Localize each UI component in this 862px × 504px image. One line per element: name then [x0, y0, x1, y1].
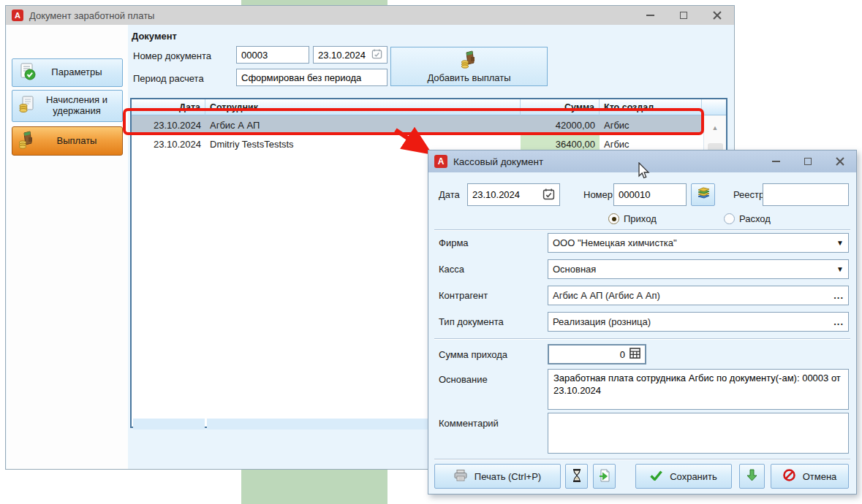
document-arrow-icon	[599, 469, 610, 484]
counterparty-label: Контрагент	[439, 290, 488, 301]
cashbox-value: Основная	[553, 264, 596, 275]
sidebar-item-payments[interactable]: Выплаты	[12, 126, 123, 156]
sidebar-item-label: Выплаты	[38, 136, 97, 147]
add-payments-button[interactable]: Добавить выплаты	[390, 47, 548, 86]
close-icon	[713, 11, 722, 20]
close-icon	[836, 157, 844, 166]
minimize-icon	[646, 15, 654, 16]
no-entry-icon	[783, 469, 795, 484]
print-label: Печать (Ctrl+P)	[475, 471, 541, 482]
table-footer-strip	[133, 419, 205, 429]
doctype-label: Тип документа	[439, 316, 504, 327]
calendar-icon[interactable]	[542, 188, 555, 202]
cashbox-label: Касса	[439, 264, 464, 275]
maximize-icon	[680, 12, 687, 19]
dialog-number-field-wrap	[613, 183, 687, 206]
period-label: Период расчета	[133, 73, 204, 84]
dialog-title: Кассовый документ	[453, 156, 543, 167]
app-logo-icon: А	[12, 9, 23, 21]
radio-income[interactable]: Приход	[608, 213, 657, 224]
close-button[interactable]	[700, 6, 734, 25]
number-registry-button[interactable]	[691, 183, 715, 206]
registry-input[interactable]	[768, 189, 844, 200]
cash-document-dialog: А Кассовый документ Дата Номер Реестр Пр…	[428, 150, 857, 495]
basis-label: Основание	[439, 374, 488, 385]
comment-label: Комментарий	[439, 418, 499, 429]
main-window-titlebar: А Документ заработной платы	[6, 6, 734, 25]
basis-textarea[interactable]: Заработная плата сотрудника Агбис по док…	[548, 369, 849, 410]
cell-date: 23.10.2024	[132, 134, 205, 153]
registry-field-wrap	[763, 183, 849, 206]
minimize-button[interactable]	[633, 6, 667, 25]
chevron-down-icon[interactable]: ▼	[836, 239, 844, 247]
radio-expense[interactable]: Расход	[724, 213, 771, 224]
sidebar-item-parameters[interactable]: Параметры	[12, 58, 123, 87]
separator	[434, 459, 850, 460]
doc-number-input[interactable]	[241, 50, 304, 61]
document-coins-icon	[18, 95, 37, 117]
amount-input[interactable]	[553, 349, 625, 360]
hourglass-icon	[572, 469, 582, 484]
dialog-maximize-button[interactable]	[792, 150, 824, 172]
counterparty-field[interactable]: Агбис А АП (Агбис А Ап) ...	[548, 286, 849, 305]
books-stack-icon	[696, 187, 711, 202]
firm-combobox[interactable]: ООО "Немецкая химчистка" ▼	[548, 233, 849, 253]
counterparty-value: Агбис А АП (Агбис А Ап)	[553, 290, 660, 301]
cancel-button[interactable]: Отмена	[771, 464, 849, 489]
app-logo-icon: А	[434, 155, 447, 168]
sidebar-item-accruals[interactable]: Начисления и удержания	[12, 90, 123, 122]
separator	[434, 338, 850, 340]
save-button[interactable]: Сохранить	[635, 464, 732, 489]
cashbox-combobox[interactable]: Основная ▼	[548, 259, 849, 279]
doctype-field[interactable]: Реализация (розница) ...	[548, 312, 849, 332]
dialog-number-input[interactable]	[619, 189, 681, 200]
dialog-minimize-button[interactable]	[760, 150, 792, 172]
dialog-date-label: Дата	[439, 189, 460, 200]
radio-income-label: Приход	[624, 213, 657, 224]
comment-textarea[interactable]	[548, 413, 849, 454]
ellipsis-button[interactable]: ...	[833, 319, 844, 325]
maximize-button[interactable]	[667, 6, 700, 25]
download-payment-button[interactable]	[739, 464, 765, 489]
calendar-icon[interactable]	[371, 48, 382, 61]
period-input[interactable]	[241, 72, 382, 83]
amount-field-wrap	[548, 344, 646, 364]
down-arrow-icon	[746, 469, 757, 484]
radio-expense-label: Расход	[739, 213, 771, 224]
dialog-date-input[interactable]	[472, 189, 531, 200]
sidebar-item-label: Параметры	[32, 67, 102, 78]
document-group-label: Документ	[132, 31, 177, 42]
main-window-title: Документ заработной платы	[29, 10, 154, 21]
save-label: Сохранить	[670, 471, 717, 482]
scroll-up-icon[interactable]: ▲	[704, 124, 726, 131]
dialog-date-field-wrap	[467, 183, 560, 206]
wallet-coins-icon	[18, 130, 37, 152]
doc-date-field-wrap	[313, 46, 387, 64]
period-field-wrap	[236, 69, 387, 86]
maximize-icon	[804, 158, 812, 165]
sidebar: Параметры Начисления и удержания Выплаты	[7, 25, 128, 469]
hourglass-button[interactable]	[565, 464, 588, 489]
firm-label: Фирма	[439, 237, 469, 248]
separator	[434, 229, 850, 231]
dialog-close-button[interactable]	[824, 150, 856, 172]
print-button[interactable]: Печать (Ctrl+P)	[434, 464, 561, 489]
doctype-value: Реализация (розница)	[553, 316, 651, 327]
add-payments-label: Добавить выплаты	[427, 72, 510, 83]
amount-label: Сумма прихода	[439, 349, 507, 360]
doc-number-field-wrap	[236, 46, 309, 64]
calculator-icon[interactable]	[630, 348, 640, 361]
dialog-number-label: Номер	[583, 189, 613, 200]
export-document-button[interactable]	[593, 464, 616, 489]
ellipsis-button[interactable]: ...	[833, 293, 844, 299]
check-icon	[650, 470, 662, 483]
doc-number-label: Номер документа	[133, 50, 211, 61]
chevron-down-icon[interactable]: ▼	[836, 265, 844, 273]
wallet-coins-icon	[460, 50, 479, 71]
minimize-icon	[772, 161, 780, 162]
firm-value: ООО "Немецкая химчистка"	[553, 237, 677, 248]
radio-selected-icon	[608, 213, 619, 224]
radio-unselected-icon	[724, 213, 735, 224]
column-header-spacer	[702, 99, 726, 115]
doc-date-input[interactable]	[318, 50, 371, 61]
